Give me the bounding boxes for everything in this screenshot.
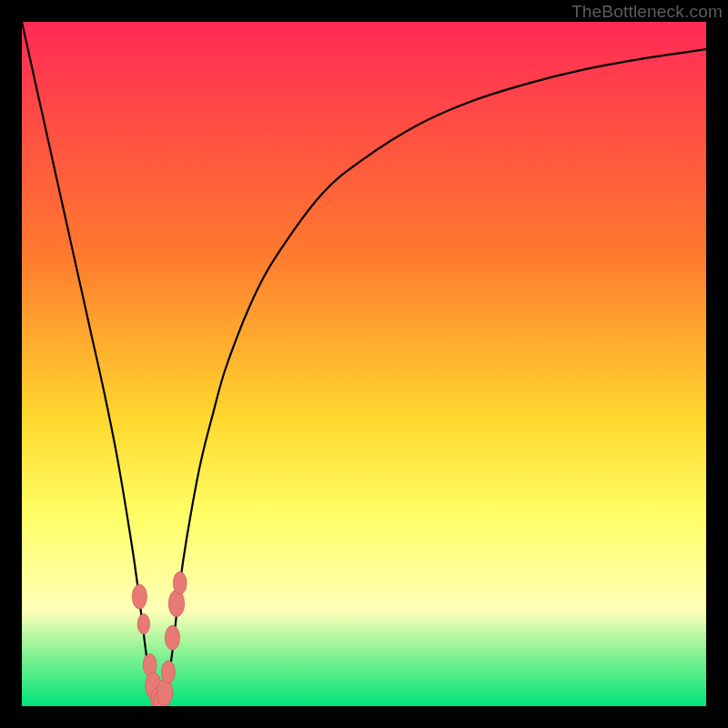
watermark-text: TheBottleneck.com bbox=[571, 2, 723, 22]
data-marker bbox=[132, 584, 147, 609]
data-marker bbox=[165, 625, 179, 650]
bottleneck-chart bbox=[22, 22, 706, 706]
data-marker bbox=[173, 571, 187, 594]
data-marker bbox=[168, 591, 185, 617]
chart-frame: TheBottleneck.com bbox=[0, 0, 728, 728]
data-marker bbox=[161, 661, 175, 683]
data-marker bbox=[157, 679, 173, 705]
gradient-background bbox=[22, 22, 706, 706]
data-marker bbox=[137, 613, 150, 634]
